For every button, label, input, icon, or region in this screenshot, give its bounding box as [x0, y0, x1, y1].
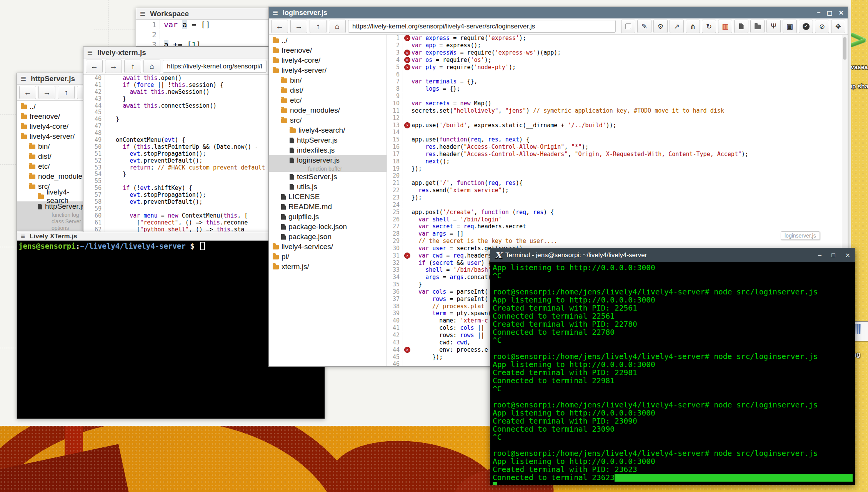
tree-item-indexfiles-js[interactable]: indexfiles.js — [269, 145, 387, 155]
tree-item-[interactable]: ../ — [269, 35, 387, 45]
line-number: 55 — [83, 178, 105, 184]
tree-item-package-json[interactable]: package.json — [269, 232, 387, 242]
accept-button[interactable]: ✔ — [799, 20, 813, 33]
terminal-line: Created terminal with PID: 22780 — [493, 320, 853, 328]
tree-item-dist[interactable]: dist/ — [17, 151, 83, 161]
close-icon[interactable]: ✕ — [839, 9, 844, 17]
tree-item-sublabel[interactable]: options — [17, 224, 83, 231]
up-button[interactable]: ↑ — [58, 86, 75, 99]
tree-item-[interactable]: ../ — [17, 101, 83, 111]
code-line: 41 if (force || !this.session) { — [83, 81, 269, 88]
desktop-icon-pipes[interactable] — [849, 32, 868, 50]
terminal-titlebar[interactable]: X Terminal - jens@sensorpi: ~/lively4/li… — [490, 248, 855, 262]
maximize-icon[interactable]: ▢ — [826, 9, 832, 17]
checkbox-button[interactable] — [621, 20, 635, 33]
tree-item-sublabel[interactable]: function buffer — [269, 165, 387, 172]
httpserver-titlebar[interactable]: ≡ httpServer.js — [17, 73, 83, 85]
tree-item-etc[interactable]: etc/ — [17, 161, 83, 171]
tree-item-pi[interactable]: pi/ — [269, 252, 387, 262]
home-button[interactable]: ⌂ — [77, 86, 83, 99]
menu-icon[interactable]: ≡ — [21, 74, 26, 83]
tree-item-httpServer-js[interactable]: httpServer.js — [269, 135, 387, 145]
back-button[interactable]: ← — [271, 20, 288, 33]
tree-item-gulpfile-js[interactable]: gulpfile.js — [269, 212, 387, 222]
folder-button[interactable] — [750, 20, 765, 33]
brush-button[interactable]: ✎ — [637, 20, 651, 33]
tree-item-label: xterm.js/ — [282, 263, 309, 271]
menu-icon[interactable]: ≡ — [87, 48, 93, 57]
back-button[interactable]: ← — [19, 86, 36, 99]
open-external-button[interactable]: ↗ — [670, 20, 684, 33]
sitemap-button[interactable]: ⋔ — [686, 20, 700, 33]
minimize-icon[interactable]: – — [817, 9, 821, 16]
cancel-button[interactable]: ⊘ — [815, 20, 829, 33]
forward-button[interactable]: → — [38, 86, 55, 99]
workspace-editor[interactable]: 1var a = []23a += [1] — [136, 20, 268, 47]
tree-item-node-modules[interactable]: node_modules/ — [269, 105, 387, 115]
close-icon[interactable]: ✕ — [845, 252, 850, 259]
tree-item-README-md[interactable]: README.md — [269, 202, 387, 212]
tree-item-utils-js[interactable]: utils.js — [269, 182, 387, 192]
tree-item-bin[interactable]: bin/ — [269, 75, 387, 85]
tree-item-lively4-server[interactable]: lively4-server/ — [269, 65, 387, 75]
tree-item-package-lock-json[interactable]: package-lock.json — [269, 222, 387, 232]
tree-item-LICENSE[interactable]: LICENSE — [269, 192, 387, 202]
forward-button[interactable]: → — [105, 60, 122, 73]
url-input[interactable] — [348, 20, 616, 33]
new-file-button[interactable] — [734, 20, 748, 33]
tree-item-httpServer-js[interactable]: httpServer.js — [17, 201, 83, 211]
tree-item-bin[interactable]: bin/ — [17, 141, 83, 151]
tree-item-testServer-js[interactable]: testServer.js — [269, 172, 387, 182]
tree-item-lively4-search[interactable]: lively4-search/ — [269, 125, 387, 135]
lively-xterm-code-editor[interactable]: 40 await this.open()41 if (force || !thi… — [83, 75, 269, 233]
code-line: 19}); — [387, 165, 848, 172]
tree-item-loginserver-js[interactable]: loginserver.js — [269, 155, 387, 165]
tree-item-sublabel[interactable]: function log — [17, 211, 83, 218]
url-input[interactable] — [163, 60, 267, 73]
workspace-titlebar[interactable]: ≡ Workspace — [136, 8, 268, 20]
tree-item-lively4-services[interactable]: lively4-services/ — [269, 242, 387, 252]
up-button[interactable]: ↑ — [310, 20, 327, 33]
tree-item-src[interactable]: src/ — [269, 115, 387, 125]
tree-item-etc[interactable]: etc/ — [269, 95, 387, 105]
menu-icon[interactable]: ≡ — [21, 233, 25, 240]
expand-button[interactable]: ✥ — [831, 20, 845, 33]
up-button[interactable]: ↑ — [124, 60, 141, 73]
tree-item-lively4-search[interactable]: lively4-search — [17, 191, 83, 201]
line-number: 53 — [83, 164, 105, 171]
line-number: 42 — [83, 88, 105, 95]
desktop-icon-label[interactable]: up shar — [848, 83, 868, 90]
tree-item-freenove[interactable]: freenove/ — [17, 111, 83, 121]
minimize-icon[interactable]: – — [818, 252, 821, 259]
tree-item-sublabel[interactable]: class Server — [17, 218, 83, 224]
terminal-line: App listening to http://0.0.0.0:3000 — [493, 361, 853, 369]
home-button[interactable]: ⌂ — [143, 60, 160, 73]
loginserver-titlebar[interactable]: ≡ loginserver.js – ▢ ✕ — [269, 7, 848, 18]
home-button[interactable]: ⌂ — [329, 20, 346, 33]
tree-item-lively4-core[interactable]: lively4-core/ — [17, 121, 83, 131]
maximize-icon[interactable]: □ — [831, 252, 835, 259]
trash-button[interactable]: ▥ — [718, 20, 732, 33]
tree-item-label: bin/ — [290, 76, 302, 85]
tree-item-lively4-core[interactable]: lively4-core/ — [269, 55, 387, 65]
tree-item-freenove[interactable]: freenove/ — [269, 45, 387, 55]
back-button[interactable]: ← — [86, 60, 103, 73]
tree-item-label: lively4-server/ — [282, 66, 327, 75]
desktop-icon-label[interactable]: vasea — [851, 64, 868, 71]
tree-item-lively4-server[interactable]: lively4-server/ — [17, 131, 83, 141]
refresh-button[interactable]: ↻ — [702, 20, 716, 33]
menu-icon[interactable]: ≡ — [140, 9, 145, 18]
gears-button[interactable]: ⚙ — [653, 20, 668, 33]
terminal-screen[interactable]: App listening to http://0.0.0.0:3000^Cro… — [490, 262, 855, 485]
forward-button[interactable]: → — [290, 20, 307, 33]
tree-item-dist[interactable]: dist/ — [269, 85, 387, 95]
lively-xterm-titlebar[interactable]: ≡ lively-xterm.js — [83, 47, 269, 58]
xterm-logo-icon: X — [495, 250, 502, 260]
menu-icon[interactable]: ≡ — [273, 8, 278, 17]
tree-item-xterm-js[interactable]: xterm.js/ — [269, 262, 387, 272]
fork-button[interactable]: Ψ — [766, 20, 781, 33]
scrollbar-thumb[interactable] — [843, 37, 846, 60]
tree-item-node-modules[interactable]: node_modules/ — [17, 171, 83, 181]
save-button[interactable]: ▣ — [783, 20, 797, 33]
line-number: 35 — [387, 281, 403, 288]
